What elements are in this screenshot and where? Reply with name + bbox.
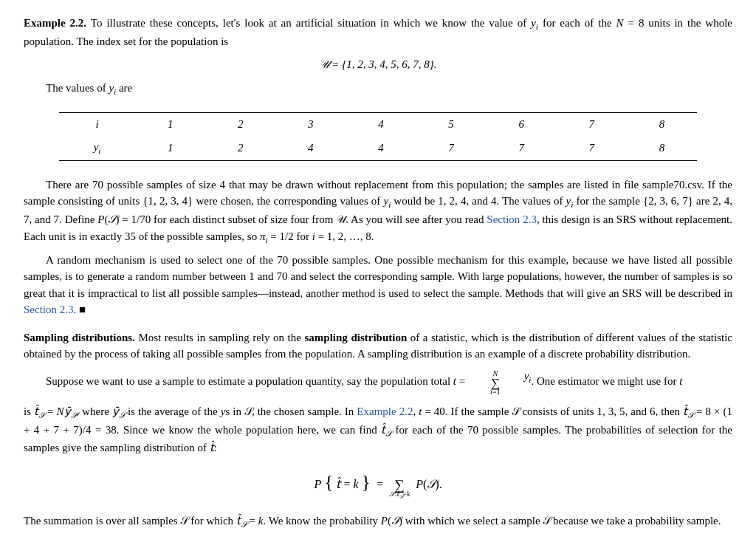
values-table: i 1 2 3 4 5 6 7 8 yi 1 2 4 4 7 7 7 8: [59, 112, 697, 160]
index-set-formula: 𝒰 = {1, 2, 3, 4, 5, 6, 7, 8}.: [24, 56, 732, 73]
para-70-samples: There are 70 possible samples of size 4 …: [24, 177, 732, 247]
table-cell-yi-3: 4: [275, 136, 346, 160]
para-summation: The summation is over all samples 𝒮 for …: [24, 513, 732, 531]
para-estimator: is t̂𝒮 = Nȳ𝒮, where ȳ𝒮 is the average of…: [24, 403, 732, 456]
section-2-3-link-1[interactable]: Section 2.3: [487, 213, 537, 225]
table-cell-i-8: 8: [627, 113, 697, 136]
example-label: Example 2.2.: [24, 17, 86, 29]
table-cell-i-5: 5: [416, 113, 487, 136]
table-header-i: i: [59, 113, 135, 136]
table-cell-i-6: 6: [487, 113, 557, 136]
para-suppose: Suppose we want to use a sample to estim…: [24, 368, 732, 397]
table-row-yi: yi 1 2 4 4 7 7 7 8: [59, 136, 697, 160]
table-cell-yi-6: 7: [487, 136, 557, 160]
example-2-2-link[interactable]: Example 2.2: [357, 405, 413, 417]
example-intro-text: To illustrate these concepts, let's look…: [24, 17, 732, 47]
sampling-dist-heading: Sampling distributions.: [24, 332, 135, 343]
values-table-wrapper: i 1 2 3 4 5 6 7 8 yi 1 2 4 4 7 7 7 8: [24, 103, 732, 169]
table-cell-yi-5: 7: [416, 136, 487, 160]
para-random-mechanism: A random mechanism is used to select one…: [24, 252, 732, 318]
sampling-dist-text1: Most results in sampling rely on the: [138, 332, 304, 343]
table-cell-i-1: 1: [135, 113, 205, 136]
section-2-3-link-2[interactable]: Section 2.3: [24, 304, 74, 315]
table-header-yi: yi: [59, 136, 135, 160]
table-cell-i-7: 7: [557, 113, 627, 136]
table-cell-yi-7: 7: [557, 136, 627, 160]
sampling-dist-bold-term: sampling distribution: [305, 332, 408, 343]
table-cell-yi-8: 8: [627, 136, 697, 160]
table-cell-yi-2: 2: [205, 136, 275, 160]
table-cell-yi-1: 1: [135, 136, 205, 160]
table-row-i: i 1 2 3 4 5 6 7 8: [59, 113, 697, 136]
table-cell-i-2: 2: [205, 113, 275, 136]
example-paragraph: Example 2.2. To illustrate these concept…: [24, 15, 732, 49]
sampling-distributions-section: Sampling distributions. Most results in …: [24, 329, 732, 363]
page-content: Example 2.2. To illustrate these concept…: [24, 15, 732, 531]
formula-display: P { t̂ = k } = ∑ 𝒮:t̂𝒮=k P(𝒮).: [314, 478, 441, 490]
table-cell-i-4: 4: [346, 113, 416, 136]
table-cell-yi-4: 4: [346, 136, 416, 160]
values-label-text: The values of yi are: [46, 80, 732, 98]
formula-block: P { t̂ = k } = ∑ 𝒮:t̂𝒮=k P(𝒮).: [24, 468, 732, 501]
table-cell-i-3: 3: [275, 113, 346, 136]
